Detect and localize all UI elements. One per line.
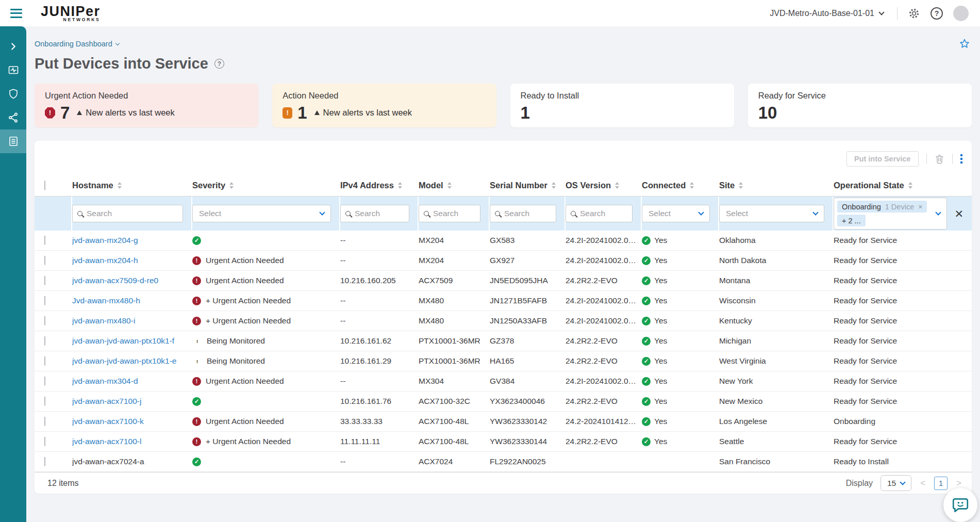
severity-cell: !+ Urgent Action Needed bbox=[192, 437, 340, 446]
column-label: Hostname bbox=[72, 181, 113, 190]
severity-label: Urgent Action Needed bbox=[206, 377, 284, 386]
filter-multiselect-operational-state[interactable]: Onboarding1 Device×+ 2 ... bbox=[834, 198, 947, 230]
row-checkbox[interactable] bbox=[44, 457, 45, 466]
filter-select-connected[interactable]: Select bbox=[642, 205, 710, 222]
row-checkbox[interactable] bbox=[44, 316, 45, 325]
hamburger-menu-icon[interactable] bbox=[8, 7, 24, 20]
column-header-os-version[interactable]: OS Version bbox=[566, 181, 642, 190]
severity-urgent-icon: ! bbox=[192, 276, 201, 285]
settings-gear-icon[interactable] bbox=[908, 7, 920, 20]
row-checkbox[interactable] bbox=[44, 256, 45, 265]
os-version-cell: 24.2I-20241002.0.0328 bbox=[566, 377, 642, 386]
os-version-cell: 24.2R2.2-EVO bbox=[566, 437, 642, 446]
connected-cell: ✓Yes bbox=[642, 236, 719, 245]
card-main: 1 bbox=[521, 104, 724, 121]
chat-assistant-button[interactable] bbox=[943, 488, 977, 522]
hostname-link[interactable]: jvd-awan-acx7100-k bbox=[72, 417, 144, 426]
row-checkbox[interactable] bbox=[44, 377, 45, 386]
row-checkbox[interactable] bbox=[44, 276, 45, 285]
select-all-checkbox[interactable] bbox=[44, 181, 45, 190]
site-cell: New York bbox=[719, 377, 834, 386]
hostname-link[interactable]: jvd-awan-mx304-d bbox=[72, 377, 138, 385]
avatar[interactable] bbox=[953, 6, 969, 21]
sort-icon bbox=[615, 182, 619, 189]
row-checkbox[interactable] bbox=[44, 236, 45, 245]
sidebar-expand-icon[interactable] bbox=[0, 35, 26, 58]
hostname-link[interactable]: Jvd-awan-mx480-h bbox=[72, 296, 140, 305]
row-checkbox[interactable] bbox=[44, 437, 45, 446]
trend-up-icon bbox=[77, 110, 82, 115]
filter-select-severity[interactable]: Select bbox=[192, 205, 331, 222]
model-cell: PTX10001-36MR bbox=[419, 356, 490, 366]
column-header-hostname[interactable]: Hostname bbox=[72, 181, 192, 190]
card-label: Ready for Service bbox=[758, 91, 961, 101]
table-row: jvd-awan-mx204-h!Urgent Action Needed--M… bbox=[35, 251, 972, 271]
connected-ok-icon: ✓ bbox=[642, 236, 651, 245]
search-input-model[interactable] bbox=[433, 209, 475, 218]
card-label: Action Needed bbox=[283, 91, 486, 101]
row-checkbox[interactable] bbox=[44, 356, 45, 366]
hostname-cell: jvd-awan-acx7024-a bbox=[72, 457, 192, 466]
row-checkbox[interactable] bbox=[44, 397, 45, 406]
next-page-icon[interactable]: > bbox=[955, 478, 962, 488]
column-header-site[interactable]: Site bbox=[719, 181, 834, 190]
hostname-link[interactable]: jvd-awan-mx204-h bbox=[72, 256, 138, 265]
hostname-link[interactable]: jvd-awan-mx204-g bbox=[72, 236, 138, 244]
row-checkbox-cell bbox=[35, 256, 72, 265]
row-checkbox[interactable] bbox=[44, 336, 45, 346]
row-checkbox[interactable] bbox=[44, 296, 45, 305]
severity-cell: !Being Monitored bbox=[192, 336, 340, 346]
hostname-link[interactable]: jvd-awan-mx480-i bbox=[72, 316, 135, 325]
severity-cell: !Urgent Action Needed bbox=[192, 377, 340, 386]
help-icon[interactable]: ? bbox=[931, 7, 943, 20]
prev-page-icon[interactable]: < bbox=[919, 478, 926, 488]
put-into-service-button[interactable]: Put into Service bbox=[846, 151, 919, 167]
card-main: !1New alerts vs last week bbox=[283, 104, 486, 121]
search-input-os-version[interactable] bbox=[580, 209, 627, 218]
chevron-down-icon bbox=[115, 41, 120, 45]
column-header-operational-state[interactable]: Operational State bbox=[834, 181, 972, 190]
chip-remove-icon[interactable]: × bbox=[918, 203, 922, 211]
current-page[interactable]: 1 bbox=[934, 477, 948, 490]
favorite-star-icon[interactable] bbox=[958, 38, 971, 50]
breadcrumb[interactable]: Onboarding Dashboard bbox=[35, 40, 119, 48]
connected-ok-icon: ✓ bbox=[642, 357, 651, 366]
column-header-severity[interactable]: Severity bbox=[192, 181, 340, 190]
clear-filters-icon[interactable]: ✕ bbox=[954, 208, 964, 219]
filter-search-os-version bbox=[566, 205, 633, 222]
hostname-link[interactable]: jvd-awan-jvd-awan-ptx10k1-e bbox=[72, 356, 176, 365]
org-selector[interactable]: JVD-Metro-Auto-Base-01-01 bbox=[767, 8, 887, 19]
column-header-model[interactable]: Model bbox=[419, 181, 490, 190]
hostname-link[interactable]: jvd-awan-jvd-awan-ptx10k1-f bbox=[72, 336, 174, 345]
filter-chips: Onboarding1 Device×+ 2 ... bbox=[837, 201, 932, 226]
model-cell: ACX7100-32C bbox=[419, 397, 490, 406]
page-size-select[interactable]: 15 bbox=[881, 475, 911, 491]
more-actions-kebab-icon[interactable] bbox=[960, 154, 963, 164]
sidebar-item-monitor-icon[interactable] bbox=[0, 58, 26, 82]
search-input-serial-number[interactable] bbox=[504, 209, 551, 218]
sidebar-item-shield-icon[interactable] bbox=[0, 82, 26, 106]
column-header-serial-number[interactable]: Serial Number bbox=[490, 181, 566, 190]
os-version-cell: 24.2I-20241002.0.0328 bbox=[566, 256, 642, 265]
operational-state-cell: Ready for Service bbox=[834, 356, 972, 366]
table-row: jvd-awan-acx7100-k!Urgent Action Needed3… bbox=[35, 412, 972, 432]
search-input-hostname[interactable] bbox=[87, 209, 178, 218]
hostname-link[interactable]: jvd-awan-acx7509-d-re0 bbox=[72, 276, 158, 285]
ipv4-cell: -- bbox=[340, 296, 419, 305]
sidebar-item-inventory-icon[interactable] bbox=[0, 129, 26, 153]
row-checkbox[interactable] bbox=[44, 417, 45, 426]
filter-select-site[interactable]: Select bbox=[719, 205, 824, 222]
column-header-connected[interactable]: Connected bbox=[642, 181, 719, 190]
title-help-icon[interactable]: ? bbox=[214, 59, 224, 69]
connected-ok-icon: ✓ bbox=[642, 297, 651, 305]
filter-cell-model bbox=[419, 197, 490, 231]
hostname-link[interactable]: jvd-awan-acx7100-j bbox=[72, 397, 141, 405]
sidebar-item-topology-icon[interactable] bbox=[0, 106, 26, 129]
os-version-cell: 24.2I-20241002.0.0328 bbox=[566, 296, 642, 305]
hostname-link[interactable]: jvd-awan-acx7100-l bbox=[72, 437, 141, 446]
connected-label: Yes bbox=[654, 336, 667, 346]
column-header-ipv4-address[interactable]: IPv4 Address bbox=[340, 181, 419, 190]
connected-ok-icon: ✓ bbox=[642, 377, 651, 386]
delete-trash-icon[interactable] bbox=[935, 154, 944, 164]
search-input-ipv4-address[interactable] bbox=[355, 209, 404, 218]
